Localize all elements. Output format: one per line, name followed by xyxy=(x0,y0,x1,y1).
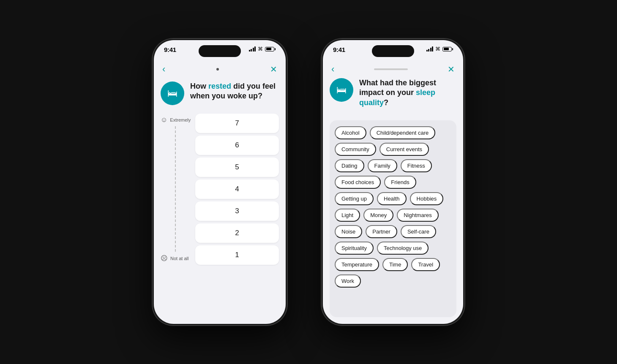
dynamic-island-2 xyxy=(372,45,414,57)
time-1: 9:41 xyxy=(164,46,176,53)
dynamic-island-1 xyxy=(199,45,241,57)
tag-dating[interactable]: Dating xyxy=(335,159,364,172)
scale-container: ☺ Extremely ☹ Not at all 7 6 5 4 3 2 xyxy=(161,114,279,265)
close-button-1[interactable]: ✕ xyxy=(270,64,277,74)
scale-line xyxy=(175,126,176,252)
tag-health[interactable]: Health xyxy=(377,192,407,205)
tag-technology-use[interactable]: Technology use xyxy=(377,242,429,255)
tag-hobbies[interactable]: Hobbies xyxy=(410,192,444,205)
tag-noise[interactable]: Noise xyxy=(335,225,362,238)
time-2: 9:41 xyxy=(333,46,345,53)
screen-content-2: 🛏 What had the biggest impact on your sl… xyxy=(323,76,463,324)
scale-btn-5[interactable]: 5 xyxy=(195,158,279,177)
tag-child-dependent-care[interactable]: Child/dependent care xyxy=(370,126,436,139)
tag-friends[interactable]: Friends xyxy=(384,176,416,189)
battery-icon-2 xyxy=(442,47,453,52)
tag-alcohol[interactable]: Alcohol xyxy=(335,126,366,139)
screen-content-1: 🛏 How rested did you feel when you woke … xyxy=(154,78,286,324)
tag-partner[interactable]: Partner xyxy=(366,225,397,238)
signal-icon-1 xyxy=(249,46,256,52)
scale-btn-1[interactable]: 1 xyxy=(195,245,279,265)
progress-dot-1 xyxy=(216,68,219,71)
nav-line-2 xyxy=(374,68,408,70)
question-text-1: How rested did you feel when you woke up… xyxy=(190,81,279,101)
scale-btn-4[interactable]: 4 xyxy=(195,179,279,199)
sad-smiley: ☹ xyxy=(161,254,168,262)
question-icon-1: 🛏 xyxy=(161,81,184,105)
happy-smiley: ☺ xyxy=(161,116,167,124)
tag-getting-up[interactable]: Getting up xyxy=(335,192,374,205)
bed-icon-1: 🛏 xyxy=(167,87,177,99)
nav-bar-2: ‹ ✕ xyxy=(323,62,463,76)
tag-spirituality[interactable]: Spirituality xyxy=(335,242,374,255)
tag-time[interactable]: Time xyxy=(382,258,408,271)
tag-food-choices[interactable]: Food choices xyxy=(335,176,381,189)
wifi-icon-1: ⌘ xyxy=(258,46,263,52)
highlight-word-1: rested xyxy=(208,82,231,90)
tag-travel[interactable]: Travel xyxy=(411,258,440,271)
question-text-2: What had the biggest impact on your slee… xyxy=(359,78,456,108)
tag-current-events[interactable]: Current events xyxy=(379,143,429,156)
phone-2: 9:41 ⌘ ‹ ✕ 🛏 xyxy=(321,38,465,326)
tag-self-care[interactable]: Self-care xyxy=(401,225,436,238)
tag-temperature[interactable]: Temperature xyxy=(335,258,379,271)
back-button-1[interactable]: ‹ xyxy=(162,64,165,75)
scale-bottom-label: ☹ Not at all xyxy=(161,254,190,262)
scale-btn-6[interactable]: 6 xyxy=(195,136,279,155)
tag-fitness[interactable]: Fitness xyxy=(401,159,432,172)
scale-buttons: 7 6 5 4 3 2 1 xyxy=(195,114,279,265)
scale-top-label: ☺ Extremely xyxy=(161,116,190,124)
tag-family[interactable]: Family xyxy=(368,159,397,172)
tags-area: AlcoholChild/dependent careCommunityCurr… xyxy=(330,120,456,317)
not-at-all-label: Not at all xyxy=(170,256,188,261)
status-icons-2: ⌘ xyxy=(426,46,453,52)
status-icons-1: ⌘ xyxy=(249,46,276,52)
tag-community[interactable]: Community xyxy=(335,143,376,156)
tag-nightmares[interactable]: Nightmares xyxy=(397,209,438,222)
tag-light[interactable]: Light xyxy=(335,209,360,222)
tag-money[interactable]: Money xyxy=(363,209,393,222)
highlight-word-2: sleep quality xyxy=(359,88,435,106)
scale-btn-2[interactable]: 2 xyxy=(195,223,279,243)
scale-btn-3[interactable]: 3 xyxy=(195,201,279,221)
close-button-2[interactable]: ✕ xyxy=(448,64,455,74)
battery-icon-1 xyxy=(265,47,276,52)
question-icon-2: 🛏 xyxy=(330,78,353,102)
bed-icon-2: 🛏 xyxy=(336,84,347,96)
tag-work[interactable]: Work xyxy=(335,274,361,288)
scale-labels: ☺ Extremely ☹ Not at all xyxy=(161,114,190,265)
tags-wrap: AlcoholChild/dependent careCommunityCurr… xyxy=(335,126,451,288)
phone-1: 9:41 ⌘ ‹ ✕ 🛏 xyxy=(152,38,287,326)
back-button-2[interactable]: ‹ xyxy=(331,64,334,75)
scale-btn-7[interactable]: 7 xyxy=(195,114,279,133)
nav-bar-1: ‹ ✕ xyxy=(154,62,286,78)
extremely-label: Extremely xyxy=(170,117,191,122)
question-header-1: 🛏 How rested did you feel when you woke … xyxy=(161,81,279,105)
signal-icon-2 xyxy=(426,46,434,52)
wifi-icon-2: ⌘ xyxy=(435,46,440,52)
question-header-2: 🛏 What had the biggest impact on your sl… xyxy=(330,78,456,108)
